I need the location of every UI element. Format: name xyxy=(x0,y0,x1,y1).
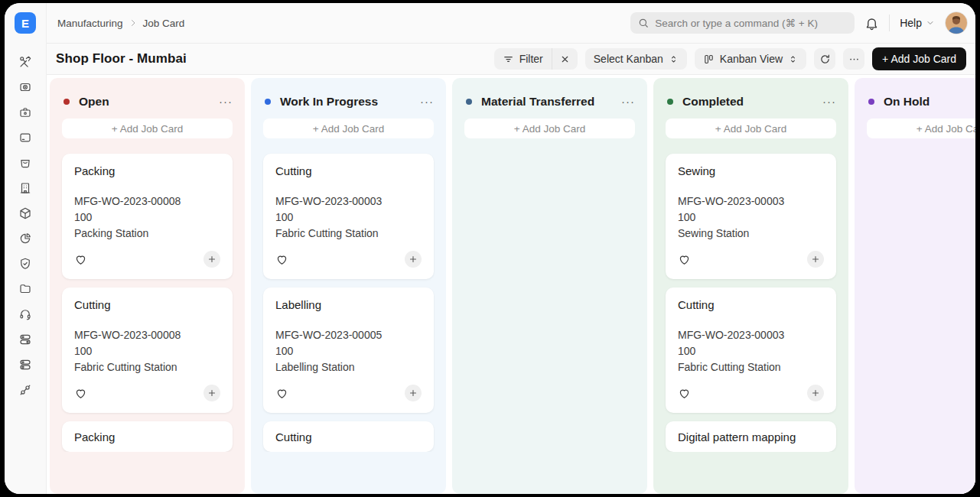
toggles-icon[interactable] xyxy=(18,333,32,346)
breadcrumb-job-card[interactable]: Job Card xyxy=(143,18,185,29)
card-plus-button[interactable] xyxy=(203,251,220,268)
column-status-dot xyxy=(667,99,673,105)
refresh-icon xyxy=(819,54,831,65)
job-card[interactable]: Packing MFG-WO-2023-00008 100 Packing St… xyxy=(62,154,233,279)
kanban-column: Work In Progress ··· + Add Job Card Cutt… xyxy=(251,78,446,494)
job-card[interactable]: Cutting MFG-WO-2023-00003 100 Fabric Cut… xyxy=(263,154,434,279)
column-add-job-card-button[interactable]: + Add Job Card xyxy=(263,119,434,138)
plug-icon[interactable] xyxy=(18,383,32,397)
job-card[interactable]: Cutting MFG-WO-2023-00008 100 Fabric Cut… xyxy=(62,287,233,413)
navbar-divider xyxy=(889,15,890,31)
column-cards xyxy=(855,138,975,154)
job-card-qty: 100 xyxy=(678,210,824,226)
folder-icon[interactable] xyxy=(18,282,32,296)
global-search[interactable] xyxy=(630,12,855,34)
search-input[interactable] xyxy=(655,18,847,29)
column-add-job-card-button[interactable]: + Add Job Card xyxy=(666,119,836,138)
heart-like-button[interactable] xyxy=(74,253,87,266)
job-card[interactable]: Cutting xyxy=(263,421,434,452)
help-label: Help xyxy=(900,17,922,29)
column-header: Material Transferred ··· xyxy=(452,78,647,109)
package-icon[interactable] xyxy=(18,206,32,220)
filter-control: Filter xyxy=(494,48,578,70)
column-menu-button[interactable]: ··· xyxy=(217,96,234,107)
job-card-operation: Cutting xyxy=(275,164,422,177)
add-job-card-button[interactable]: + Add Job Card xyxy=(872,47,966,70)
sidebar: E xyxy=(5,3,47,494)
job-card-operation: Sewing xyxy=(678,164,824,177)
kanban-column: Open ··· + Add Job Card Packing MFG-WO-2… xyxy=(50,78,245,494)
heart-like-button[interactable] xyxy=(678,253,691,266)
help-menu[interactable]: Help xyxy=(900,17,935,29)
job-card-qty: 100 xyxy=(74,210,220,226)
shield-check-icon[interactable] xyxy=(18,257,32,271)
filter-button[interactable]: Filter xyxy=(494,48,552,70)
column-add-job-card-button[interactable]: + Add Job Card xyxy=(464,119,635,138)
heart-like-button[interactable] xyxy=(678,387,691,400)
pie-chart-icon[interactable] xyxy=(18,232,32,245)
toolbar: Filter Select Kanban Kanban View xyxy=(494,47,966,70)
breadcrumb-manufacturing[interactable]: Manufacturing xyxy=(57,18,123,29)
search-icon xyxy=(638,18,649,28)
refresh-button[interactable] xyxy=(814,48,835,70)
main-area: Manufacturing Job Card Help xyxy=(47,3,975,494)
column-title: Completed xyxy=(682,95,812,109)
ellipsis-icon xyxy=(848,54,860,65)
column-header: Completed ··· xyxy=(653,78,848,109)
shopping-bag-icon[interactable] xyxy=(18,156,32,170)
job-card-work-order: MFG-WO-2023-00005 xyxy=(275,327,422,343)
column-header: Work In Progress ··· xyxy=(251,78,446,109)
kanban-column: On Hold ··· + Add Job Card xyxy=(855,78,975,494)
column-add-job-card-button[interactable]: + Add Job Card xyxy=(62,119,233,138)
job-card-work-order: MFG-WO-2023-00008 xyxy=(74,327,220,343)
card-plus-button[interactable] xyxy=(203,385,220,401)
job-card[interactable]: Labelling MFG-WO-2023-00005 100 Labellin… xyxy=(263,287,434,413)
column-add-job-card-button[interactable]: + Add Job Card xyxy=(867,119,975,138)
job-card-operation: Digital pattern mapping xyxy=(678,430,824,443)
job-card[interactable]: Digital pattern mapping xyxy=(666,421,836,452)
card-plus-button[interactable] xyxy=(405,385,422,401)
heart-like-button[interactable] xyxy=(74,387,87,400)
job-card[interactable]: Cutting MFG-WO-2023-00003 100 Fabric Cut… xyxy=(666,287,836,413)
column-title: Open xyxy=(79,95,208,109)
view-switcher-dropdown[interactable]: Kanban View xyxy=(695,48,806,70)
unfold-chevrons-icon xyxy=(788,54,798,64)
column-cards: Cutting MFG-WO-2023-00003 100 Fabric Cut… xyxy=(251,138,446,452)
column-menu-button[interactable]: ··· xyxy=(821,96,838,107)
erpnext-logo[interactable]: E xyxy=(15,12,36,34)
column-menu-button[interactable]: ··· xyxy=(620,96,637,107)
kanban-column: Completed ··· + Add Job Card Sewing MFG-… xyxy=(653,78,848,494)
column-title: Work In Progress xyxy=(280,95,409,109)
filter-label: Filter xyxy=(519,53,543,65)
column-menu-button[interactable]: ··· xyxy=(418,96,435,107)
toggles-icon[interactable] xyxy=(18,358,32,372)
column-cards xyxy=(452,138,647,154)
column-status-dot xyxy=(265,99,271,105)
card-plus-button[interactable] xyxy=(405,251,422,268)
chevron-right-icon xyxy=(129,18,138,28)
tool-bag-icon[interactable] xyxy=(18,106,32,119)
wallet-icon[interactable] xyxy=(18,131,32,145)
heart-like-button[interactable] xyxy=(275,387,288,400)
job-card-work-order: MFG-WO-2023-00003 xyxy=(678,193,824,210)
job-card-workstation: Fabric Cutting Station xyxy=(275,226,422,242)
job-card-workstation: Packing Station xyxy=(74,226,220,242)
select-kanban-dropdown[interactable]: Select Kanban xyxy=(585,48,687,70)
more-options-button[interactable] xyxy=(843,48,864,70)
building-icon[interactable] xyxy=(18,181,32,195)
user-avatar[interactable] xyxy=(945,11,968,34)
job-card[interactable]: Sewing MFG-WO-2023-00003 100 Sewing Stat… xyxy=(666,154,836,279)
kanban-view-icon xyxy=(703,54,715,65)
job-card-workstation: Fabric Cutting Station xyxy=(678,359,824,375)
job-card[interactable]: Packing xyxy=(62,421,233,452)
tools-icon[interactable] xyxy=(18,55,32,69)
clear-filter-button[interactable] xyxy=(552,48,578,70)
job-card-qty: 100 xyxy=(275,210,422,226)
headset-icon[interactable] xyxy=(18,307,32,321)
heart-like-button[interactable] xyxy=(275,253,288,266)
camera-icon[interactable] xyxy=(18,80,32,94)
card-plus-button[interactable] xyxy=(807,251,824,268)
notifications-bell-icon[interactable] xyxy=(864,16,879,31)
card-plus-button[interactable] xyxy=(807,385,824,401)
breadcrumb: Manufacturing Job Card xyxy=(57,18,184,29)
